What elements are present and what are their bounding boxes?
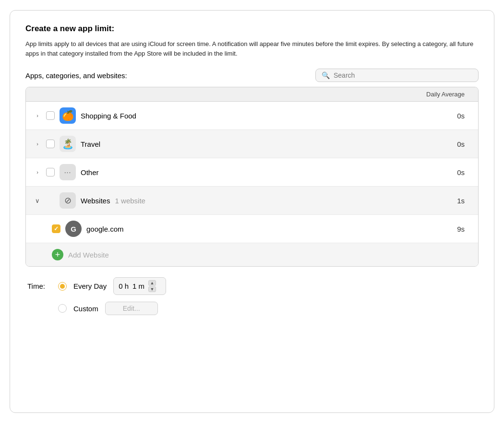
google-checkbox[interactable]	[52, 224, 60, 233]
add-website-button[interactable]: +	[52, 249, 63, 260]
travel-checkbox[interactable]	[46, 140, 55, 148]
websites-time: 1s	[445, 197, 465, 205]
expand-shopping-icon[interactable]: ›	[34, 113, 41, 118]
search-icon: 🔍	[322, 71, 330, 79]
travel-time: 0s	[445, 140, 465, 148]
list-row: G google.com 9s	[26, 215, 478, 243]
minutes-value: 1 m	[132, 282, 144, 290]
stepper-up[interactable]: ▲	[148, 280, 156, 286]
google-avatar: G	[65, 221, 82, 237]
every-day-label: Every Day	[73, 282, 107, 290]
every-day-radio[interactable]	[58, 282, 67, 291]
expand-travel-icon[interactable]: ›	[34, 141, 41, 147]
google-time: 9s	[445, 225, 465, 233]
travel-label: Travel	[81, 140, 441, 148]
shopping-icon: 🍊	[60, 107, 76, 124]
add-website-label: Add Website	[68, 251, 109, 259]
panel-title: Create a new app limit:	[25, 24, 479, 34]
shopping-checkbox[interactable]	[46, 111, 55, 120]
list-header: Daily Average	[26, 87, 478, 102]
shopping-time: 0s	[445, 112, 465, 120]
websites-icon: ⊘	[60, 192, 76, 209]
other-checkbox[interactable]	[46, 168, 55, 176]
list-row: › 🍊 Shopping & Food 0s	[26, 102, 478, 130]
time-every-day-row: Time: Every Day 0 h 1 m ▲ ▼	[27, 277, 479, 295]
google-label: google.com	[86, 225, 441, 233]
other-time: 0s	[445, 168, 465, 176]
edit-button[interactable]: Edit...	[105, 302, 158, 315]
search-box: 🔍	[315, 69, 479, 82]
expand-websites-icon[interactable]: ∨	[34, 197, 41, 204]
stepper-down[interactable]: ▼	[148, 286, 156, 292]
daily-average-label: Daily Average	[426, 91, 465, 98]
apps-header-row: Apps, categories, and websites: 🔍	[25, 69, 479, 82]
time-custom-row: Custom Edit...	[27, 302, 479, 315]
main-panel: Create a new app limit: App limits apply…	[10, 10, 494, 413]
time-label: Time:	[27, 282, 51, 290]
app-list-container: Daily Average › 🍊 Shopping & Food 0s › 🏝…	[25, 87, 479, 267]
list-row: ∨ ⊘ Websites 1 website 1s	[26, 187, 478, 215]
list-row: › ··· Other 0s	[26, 158, 478, 187]
shopping-label: Shopping & Food	[81, 112, 441, 120]
expand-other-icon[interactable]: ›	[34, 169, 41, 175]
time-section: Time: Every Day 0 h 1 m ▲ ▼ Custom Edit.…	[25, 277, 479, 315]
panel-description: App limits apply to all devices that are…	[25, 39, 479, 58]
search-input[interactable]	[334, 71, 472, 79]
websites-label: Websites 1 website	[81, 197, 441, 205]
other-label: Other	[81, 168, 441, 176]
hours-value: 0 h	[119, 282, 129, 290]
time-picker: 0 h 1 m ▲ ▼	[113, 277, 166, 295]
apps-label: Apps, categories, and websites:	[25, 71, 127, 80]
custom-label: Custom	[73, 305, 98, 313]
other-icon: ···	[60, 164, 76, 180]
add-website-row: + Add Website	[26, 243, 478, 266]
time-stepper[interactable]: ▲ ▼	[148, 280, 156, 292]
travel-icon: 🏝️	[60, 136, 76, 152]
list-scroll[interactable]: › 🍊 Shopping & Food 0s › 🏝️ Travel 0s › …	[26, 102, 478, 266]
list-row: › 🏝️ Travel 0s	[26, 130, 478, 158]
custom-radio[interactable]	[58, 304, 67, 313]
websites-sub: 1 website	[115, 197, 145, 205]
